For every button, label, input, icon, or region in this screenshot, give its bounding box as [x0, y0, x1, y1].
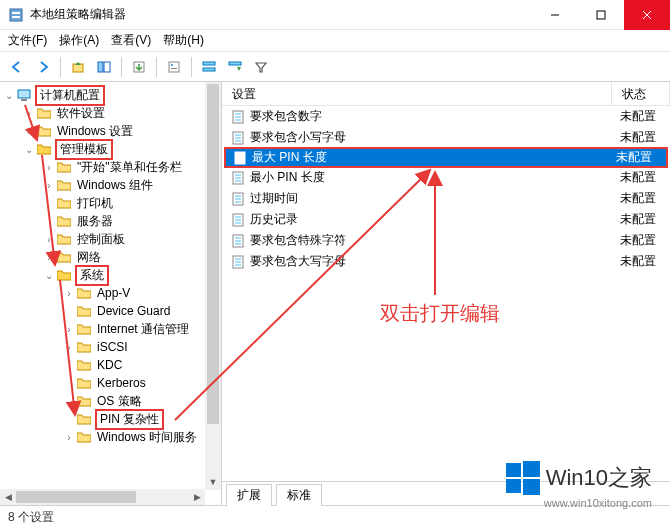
folder-icon	[56, 231, 72, 247]
forward-button[interactable]	[32, 56, 54, 78]
tree-node-kdc[interactable]: KDC	[0, 356, 221, 374]
expand-icon[interactable]: ›	[42, 180, 56, 191]
folder-icon	[56, 177, 72, 193]
tree-node-start[interactable]: ›"开始"菜单和任务栏	[0, 158, 221, 176]
list-row[interactable]: 最小 PIN 长度未配置	[222, 167, 670, 188]
policy-icon	[232, 150, 248, 166]
svg-rect-18	[21, 99, 27, 101]
tree-node-control[interactable]: ›控制面板	[0, 230, 221, 248]
list-row[interactable]: 历史记录未配置	[222, 209, 670, 230]
tree-node-os[interactable]: OS 策略	[0, 392, 221, 410]
folder-icon	[76, 411, 92, 427]
tree-node-network[interactable]: ›网络	[0, 248, 221, 266]
row-state: 未配置	[620, 169, 670, 186]
tab-extended[interactable]: 扩展	[226, 484, 272, 506]
tree-node-appv[interactable]: ›App-V	[0, 284, 221, 302]
row-state: 未配置	[620, 129, 670, 146]
up-button[interactable]	[67, 56, 89, 78]
svg-rect-4	[597, 11, 605, 19]
expand-icon[interactable]: ›	[62, 432, 76, 443]
menu-file[interactable]: 文件(F)	[8, 32, 47, 49]
svg-rect-17	[18, 90, 30, 98]
window-title: 本地组策略编辑器	[30, 6, 532, 23]
tree-node-software[interactable]: ›软件设置	[0, 104, 221, 122]
svg-rect-15	[203, 68, 215, 71]
list-row[interactable]: 过期时间未配置	[222, 188, 670, 209]
expand-icon[interactable]: ›	[42, 234, 56, 245]
row-label: 要求包含特殊字符	[250, 232, 620, 249]
folder-icon	[56, 159, 72, 175]
svg-rect-13	[171, 68, 177, 69]
show-hide-tree-button[interactable]	[93, 56, 115, 78]
expand-icon[interactable]: ⌄	[42, 270, 56, 281]
svg-rect-0	[10, 9, 22, 21]
folder-icon	[76, 375, 92, 391]
folder-icon	[56, 195, 72, 211]
column-state[interactable]: 状态	[612, 82, 670, 105]
tree-node-computer-config[interactable]: ⌄ 计算机配置	[0, 86, 221, 104]
menu-view[interactable]: 查看(V)	[111, 32, 151, 49]
expand-icon[interactable]: ›	[62, 288, 76, 299]
tree-node-iscsi[interactable]: ›iSCSI	[0, 338, 221, 356]
svg-rect-11	[169, 62, 179, 72]
tree-node-kerb[interactable]: Kerberos	[0, 374, 221, 392]
list-row[interactable]: 要求包含数字未配置	[222, 106, 670, 127]
folder-open-icon	[36, 141, 52, 157]
minimize-button[interactable]	[532, 0, 578, 30]
policy-icon	[230, 233, 246, 249]
menu-action[interactable]: 操作(A)	[59, 32, 99, 49]
tree-node-server[interactable]: 服务器	[0, 212, 221, 230]
expand-icon[interactable]: ›	[22, 126, 36, 137]
row-state: 未配置	[620, 190, 670, 207]
row-label: 过期时间	[250, 190, 620, 207]
row-label: 要求包含数字	[250, 108, 620, 125]
folder-icon	[76, 321, 92, 337]
svg-rect-8	[98, 62, 103, 72]
filter-options-button[interactable]	[250, 56, 272, 78]
back-button[interactable]	[6, 56, 28, 78]
tree-node-windows[interactable]: ›Windows 设置	[0, 122, 221, 140]
horizontal-scrollbar[interactable]: ◀▶	[0, 489, 205, 505]
expand-icon[interactable]: ›	[62, 324, 76, 335]
close-button[interactable]	[624, 0, 670, 30]
tree-node-printer[interactable]: 打印机	[0, 194, 221, 212]
row-state: 未配置	[620, 232, 670, 249]
tree-node-inet[interactable]: ›Internet 通信管理	[0, 320, 221, 338]
row-state: 未配置	[620, 253, 670, 270]
folder-open-icon	[56, 267, 72, 283]
expand-icon[interactable]: ›	[22, 108, 36, 119]
list-row[interactable]: 要求包含小写字母未配置	[222, 127, 670, 148]
expand-icon[interactable]: ›	[42, 252, 56, 263]
folder-icon	[76, 429, 92, 445]
policy-icon	[230, 191, 246, 207]
tree-view[interactable]: ⌄ 计算机配置 ›软件设置 ›Windows 设置 ⌄管理模板 ›"开始"菜单和…	[0, 82, 221, 486]
export-list-button[interactable]	[128, 56, 150, 78]
expand-icon[interactable]: ⌄	[2, 90, 16, 101]
expand-icon[interactable]: ›	[62, 342, 76, 353]
filter-button-1[interactable]	[198, 56, 220, 78]
tree-node-pin[interactable]: PIN 复杂性	[0, 410, 221, 428]
column-setting[interactable]: 设置	[222, 82, 612, 105]
annotation-text: 双击打开编辑	[380, 300, 500, 327]
row-label: 最大 PIN 长度	[252, 149, 616, 166]
maximize-button[interactable]	[578, 0, 624, 30]
tree-node-devguard[interactable]: Device Guard	[0, 302, 221, 320]
list-header[interactable]: 设置 状态	[222, 82, 670, 106]
app-icon	[8, 7, 24, 23]
expand-icon[interactable]: ⌄	[22, 144, 36, 155]
svg-rect-14	[203, 62, 215, 65]
properties-button[interactable]	[163, 56, 185, 78]
filter-button-2[interactable]	[224, 56, 246, 78]
menu-help[interactable]: 帮助(H)	[163, 32, 204, 49]
list-row[interactable]: 最大 PIN 长度未配置	[224, 147, 668, 168]
tree-node-time[interactable]: ›Windows 时间服务	[0, 428, 221, 446]
vertical-scrollbar[interactable]: ▲▼	[205, 82, 221, 490]
list-row[interactable]: 要求包含特殊字符未配置	[222, 230, 670, 251]
list-row[interactable]: 要求包含大写字母未配置	[222, 251, 670, 272]
tree-node-system[interactable]: ⌄系统	[0, 266, 221, 284]
tree-node-wincomp[interactable]: ›Windows 组件	[0, 176, 221, 194]
tree-node-admin-templates[interactable]: ⌄管理模板	[0, 140, 221, 158]
expand-icon[interactable]: ›	[42, 162, 56, 173]
folder-icon	[76, 393, 92, 409]
tab-standard[interactable]: 标准	[276, 484, 322, 506]
